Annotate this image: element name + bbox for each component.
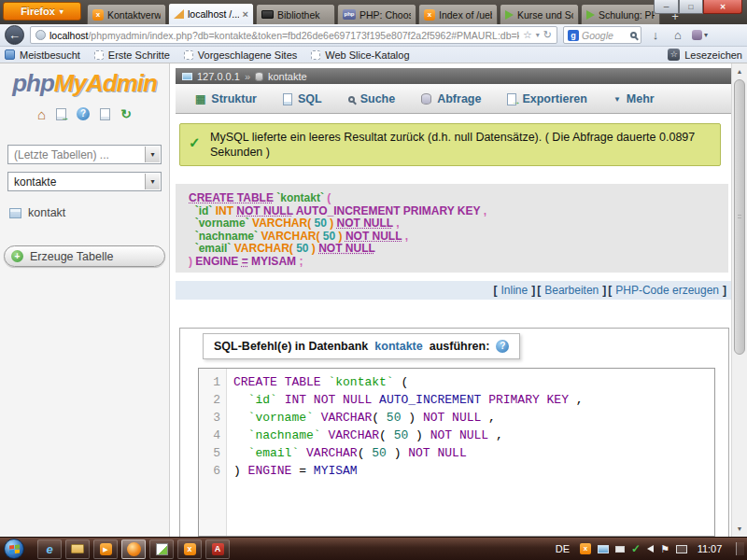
sql-line: `vorname` VARCHAR( 50 ) NOT NULL , xyxy=(189,217,728,231)
edit-link[interactable]: Bearbeiten xyxy=(544,284,599,297)
tab-struktur[interactable]: ▦ Struktur xyxy=(185,86,267,113)
chevron-down-icon: ▾ xyxy=(704,31,708,39)
pma-logo[interactable]: phpMyAdmin xyxy=(0,69,169,98)
bookmark-label: Meistbesucht xyxy=(20,49,80,61)
legend-database-link[interactable]: kontakte xyxy=(374,340,422,353)
tab-kurse[interactable]: Kurse und Sc... xyxy=(500,4,579,24)
xampp-tray-icon[interactable]: x xyxy=(580,543,591,554)
tab-label: SQL xyxy=(298,92,322,105)
addon-button[interactable]: ▾ xyxy=(692,30,708,40)
tab-label: Bibliothek xyxy=(277,9,330,21)
maximize-button[interactable]: □ xyxy=(679,0,703,14)
antivirus-tray-icon[interactable]: ✓ xyxy=(631,542,641,555)
display-tray-icon[interactable] xyxy=(598,545,609,553)
select-caret-icon[interactable]: ▾ xyxy=(145,147,160,162)
minimize-button[interactable]: ─ xyxy=(654,0,679,14)
select-caret-icon[interactable]: ▾ xyxy=(145,174,160,189)
adobe-reader-taskbar-icon[interactable]: A xyxy=(205,539,230,559)
bookmark-most-visited[interactable]: Meistbesucht xyxy=(5,49,80,61)
tab-index-of[interactable]: x Index of /ueb... xyxy=(418,4,498,24)
create-php-code-link[interactable]: PHP-Code erzeugen xyxy=(615,284,719,297)
course-favicon xyxy=(586,10,595,20)
home-button[interactable]: ⌂ xyxy=(669,28,686,42)
browser-nav-bar: ← localhost/phpmyadmin/index.php?db=kont… xyxy=(0,24,747,47)
downloads-button[interactable]: ↓ xyxy=(647,28,664,42)
tab-sql[interactable]: SQL xyxy=(273,86,332,113)
vertical-scrollbar[interactable]: ▲ ▼ xyxy=(731,63,747,537)
internet-explorer-taskbar-icon[interactable]: e xyxy=(37,539,62,559)
browser-tab-bar: Firefox ▾ x Kontaktverwa... localhost /.… xyxy=(0,0,747,24)
home-icon[interactable]: ⌂ xyxy=(37,107,46,121)
tab-suche[interactable]: Suche xyxy=(338,86,406,113)
search-input[interactable]: Google xyxy=(582,30,627,41)
bookmark-icon xyxy=(311,50,320,60)
address-bar[interactable]: localhost/phpmyadmin/index.php?db=kontak… xyxy=(30,26,557,44)
search-icon xyxy=(348,96,355,103)
search-icon[interactable] xyxy=(630,32,637,38)
tab-label: localhost /... xyxy=(188,8,239,20)
tab-close-icon[interactable]: × xyxy=(243,8,248,20)
inline-link[interactable]: Inline xyxy=(501,284,529,297)
chevron-down-icon: ▼ xyxy=(613,95,621,104)
page-viewport: phpMyAdmin ⌂ → ? ↻ (Letzte Tabellen) ...… xyxy=(0,63,747,537)
bookmark-web-slice[interactable]: Web Slice-Katalog xyxy=(311,49,409,61)
code-line: `email` VARCHAR( 50 ) NOT NULL xyxy=(233,444,714,462)
line-number: 6 xyxy=(199,462,220,480)
bookmarks-bar: Meistbesucht Erste Schritte Vorgeschlage… xyxy=(0,47,747,63)
language-indicator[interactable]: DE xyxy=(556,543,570,554)
tab-abfrage[interactable]: Abfrage xyxy=(411,86,491,113)
bookmark-getting-started[interactable]: Erste Schritte xyxy=(94,49,170,61)
logout-icon[interactable]: → xyxy=(56,108,66,120)
tab-bibliothek[interactable]: Bibliothek xyxy=(256,4,335,24)
close-button[interactable]: ✕ xyxy=(703,0,742,14)
firefox-taskbar-icon[interactable] xyxy=(121,539,146,559)
editor-code-area[interactable]: CREATE TABLE `kontakt` ( `id` INT NOT NU… xyxy=(227,369,714,536)
table-list-item-kontakt[interactable]: kontakt xyxy=(9,206,169,219)
url-dropdown-icon[interactable]: ▾ xyxy=(536,31,540,39)
database-select[interactable]: kontakte ▾ xyxy=(7,172,162,191)
scroll-down-icon[interactable]: ▼ xyxy=(732,522,747,536)
bracket: ] xyxy=(602,284,606,297)
tab-label: Abfrage xyxy=(437,92,481,105)
file-explorer-taskbar-icon[interactable] xyxy=(65,539,90,559)
start-button[interactable] xyxy=(4,539,24,559)
bookmark-star-icon[interactable]: ☆ xyxy=(523,29,532,41)
breadcrumb-database[interactable]: kontakte xyxy=(268,71,307,82)
firefox-menu-button[interactable]: Firefox ▾ xyxy=(3,2,81,21)
breadcrumb-server[interactable]: 127.0.0.1 xyxy=(197,71,240,82)
battery-tray-icon[interactable] xyxy=(615,546,625,553)
reload-icon[interactable]: ↻ xyxy=(543,29,552,41)
scroll-up-icon[interactable]: ▲ xyxy=(732,64,747,78)
tab-php-choosing[interactable]: php PHP: Choosin... xyxy=(337,4,416,24)
tab-kontaktverwaltung[interactable]: x Kontaktverwa... xyxy=(87,4,166,24)
action-center-flag-icon[interactable]: ⚑ xyxy=(660,543,669,555)
chevron-down-icon: ▾ xyxy=(60,7,63,16)
bookmarks-menu-button[interactable]: ☆ Lesezeichen xyxy=(668,49,742,61)
editor-taskbar-icon[interactable] xyxy=(149,539,174,559)
logo-myadmin-text: MyAdmin xyxy=(54,69,157,97)
windows-taskbar: e ▶ x A DE x ✓ ⚑ 11:07 xyxy=(0,537,747,560)
show-desktop-button[interactable] xyxy=(736,542,744,555)
recent-tables-select[interactable]: (Letzte Tabellen) ... ▾ xyxy=(7,145,162,164)
volume-tray-icon[interactable] xyxy=(647,545,654,553)
sql-page-icon xyxy=(283,93,292,105)
bookmark-suggested-sites[interactable]: Vorgeschlagene Sites xyxy=(184,49,297,61)
back-button[interactable]: ← xyxy=(5,25,24,45)
sql-code-editor[interactable]: 1 2 3 4 5 6 CREATE TABLE `kontakt` ( `id… xyxy=(198,368,715,537)
help-icon[interactable]: ? xyxy=(496,340,509,353)
help-icon[interactable]: ? xyxy=(77,107,90,120)
network-tray-icon[interactable] xyxy=(676,545,687,553)
scrollbar-thumb[interactable] xyxy=(734,79,745,355)
xampp-taskbar-icon[interactable]: x xyxy=(177,539,202,559)
tab-exportieren[interactable]: → Exportieren xyxy=(497,86,597,113)
docs-icon[interactable] xyxy=(100,108,110,120)
search-box[interactable]: g Google xyxy=(563,26,641,44)
tab-label: Suche xyxy=(360,92,396,105)
create-table-button[interactable]: + Erzeuge Tabelle xyxy=(4,245,165,267)
refresh-icon[interactable]: ↻ xyxy=(120,107,132,120)
media-player-taskbar-icon[interactable]: ▶ xyxy=(93,539,118,559)
tab-schulung[interactable]: Schulung: PH... xyxy=(581,4,660,24)
taskbar-clock[interactable]: 11:07 xyxy=(694,543,726,554)
tab-localhost-active[interactable]: localhost /... × xyxy=(168,3,254,24)
tab-mehr[interactable]: ▼ Mehr xyxy=(603,86,665,113)
